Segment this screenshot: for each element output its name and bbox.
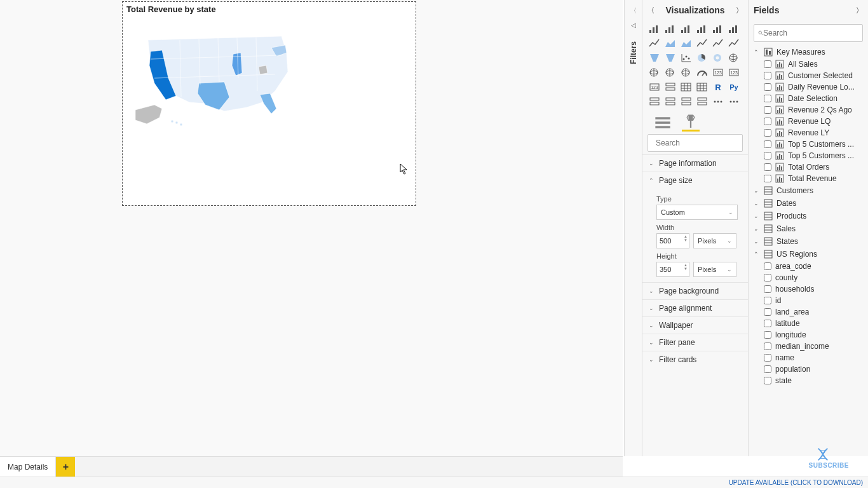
viz-type-filled-map-icon[interactable] [663, 66, 677, 79]
width-unit-select[interactable]: Pixels ⌄ [693, 233, 736, 248]
width-input[interactable]: 500 ▲▼ [656, 233, 689, 248]
field-revenue-lq[interactable]: Revenue LQ [749, 116, 868, 127]
viz-type-treemap-icon[interactable] [727, 51, 741, 64]
viz-type-py-script-icon[interactable]: Py [727, 81, 741, 93]
field-checkbox[interactable] [764, 95, 771, 102]
chevron-right-icon[interactable]: 〉 [736, 6, 743, 15]
field-land-area[interactable]: land_area [749, 306, 868, 318]
table-states[interactable]: ⌄States [749, 235, 868, 248]
field-state[interactable]: state [749, 375, 868, 386]
field-id[interactable]: id [749, 295, 868, 306]
height-input[interactable]: 350 ▲▼ [656, 262, 689, 277]
viz-type-stacked-area-icon[interactable] [679, 37, 693, 50]
map-visual-container[interactable]: Total Revenue by state [122, 1, 416, 206]
viz-type-ellipsis-icon[interactable] [727, 95, 741, 108]
field-checkbox[interactable] [764, 106, 771, 114]
field-checkbox[interactable] [764, 163, 771, 171]
field-top-5-customers-[interactable]: Top 5 Customers ... [749, 150, 868, 161]
field-checkbox[interactable] [764, 342, 771, 350]
viz-type-map-icon[interactable] [648, 66, 661, 79]
format-tab-icon[interactable] [682, 115, 700, 129]
viz-type-shape-map-icon[interactable] [679, 66, 693, 79]
field-latitude[interactable]: latitude [749, 318, 868, 329]
table-key-measures[interactable]: ⌃Key Measures [749, 46, 868, 58]
section-wallpaper[interactable]: ⌄Wallpaper [642, 316, 748, 334]
field-checkbox[interactable] [764, 118, 771, 125]
field-top-5-customers-[interactable]: Top 5 Customers ... [749, 139, 868, 150]
section-filter-pane[interactable]: ⌄Filter pane [642, 334, 748, 351]
viz-type-line-stacked-col-icon[interactable] [695, 37, 709, 50]
field-total-revenue[interactable]: Total Revenue [749, 173, 868, 184]
section-page-size[interactable]: ⌃ Page size [642, 172, 748, 189]
field-longitude[interactable]: longitude [749, 329, 868, 341]
chevron-left-icon[interactable]: 〈 [648, 6, 654, 15]
field-area-code[interactable]: area_code [749, 261, 868, 272]
viz-search-input[interactable] [656, 139, 748, 147]
filters-pane-collapsed[interactable]: 〈 ◁ Filters [624, 0, 642, 456]
fields-search[interactable] [754, 24, 863, 42]
spinner-icon[interactable]: ▲▼ [684, 263, 688, 271]
page-tab-map-details[interactable]: Map Details [0, 457, 56, 477]
viz-type-donut-icon[interactable] [711, 51, 725, 64]
field-total-orders[interactable]: Total Orders [749, 161, 868, 173]
viz-type-more-icon[interactable] [711, 95, 725, 108]
field-daily-revenue-lo-[interactable]: Daily Revenue Lo... [749, 81, 868, 93]
field-revenue-ly[interactable]: Revenue LY [749, 127, 868, 139]
field-checkbox[interactable] [764, 365, 771, 373]
viz-type-line-icon[interactable] [648, 37, 661, 50]
viz-type-r-script-icon[interactable]: R [711, 81, 725, 93]
table-customers[interactable]: ⌄Customers [749, 184, 868, 197]
expand-icon[interactable]: ◁ [631, 22, 636, 29]
viz-type-stacked-column-icon[interactable] [663, 22, 677, 35]
add-page-button[interactable]: + [56, 457, 75, 477]
viz-type-multi-card-icon[interactable]: 123 [727, 66, 741, 79]
field-checkbox[interactable] [764, 262, 771, 270]
viz-type-decomp-tree-icon[interactable] [663, 95, 677, 108]
viz-type-stacked-bar-icon[interactable] [648, 22, 661, 35]
table-us-regions[interactable]: ⌃US Regions [749, 248, 868, 261]
field-checkbox[interactable] [764, 152, 771, 159]
viz-type-pie-icon[interactable] [695, 51, 709, 64]
field-checkbox[interactable] [764, 297, 771, 304]
field-checkbox[interactable] [764, 60, 771, 68]
viz-search[interactable] [648, 134, 743, 152]
field-checkbox[interactable] [764, 377, 771, 384]
field-name[interactable]: name [749, 352, 868, 363]
type-select[interactable]: Custom ⌄ [656, 205, 738, 220]
viz-type-clustered-bar-icon[interactable] [679, 22, 693, 35]
viz-type-waterfall-icon[interactable] [648, 51, 661, 64]
field-checkbox[interactable] [764, 331, 771, 339]
report-canvas[interactable]: Total Revenue by state [0, 0, 623, 456]
field-county[interactable]: county [749, 272, 868, 283]
section-page-information[interactable]: ⌄ Page information [642, 154, 748, 172]
height-unit-select[interactable]: Pixels ⌄ [693, 262, 736, 277]
spinner-icon[interactable]: ▲▼ [684, 234, 688, 242]
section-page-alignment[interactable]: ⌄Page alignment [642, 299, 748, 316]
field-revenue-2-qs-ago[interactable]: Revenue 2 Qs Ago [749, 104, 868, 116]
section-filter-cards[interactable]: ⌄Filter cards [642, 351, 748, 368]
section-page-background[interactable]: ⌄Page background [642, 282, 748, 299]
viz-type-paginated-icon[interactable] [695, 95, 709, 108]
field-all-sales[interactable]: All Sales [749, 58, 868, 70]
field-checkbox[interactable] [764, 175, 771, 182]
viz-type-hundred-column-icon[interactable] [727, 22, 741, 35]
viz-type-card-icon[interactable]: 123 [711, 66, 725, 79]
field-checkbox[interactable] [764, 140, 771, 148]
viz-type-clustered-column-icon[interactable] [695, 22, 709, 35]
table-dates[interactable]: ⌄Dates [749, 197, 868, 210]
fields-search-input[interactable] [763, 29, 858, 37]
field-checkbox[interactable] [764, 72, 771, 79]
viz-type-kpi-icon[interactable]: 123 [648, 81, 661, 93]
viz-type-table-icon[interactable] [679, 81, 693, 93]
field-customer-selected[interactable]: Customer Selected [749, 70, 868, 81]
field-checkbox[interactable] [764, 354, 771, 362]
viz-type-hundred-bar-icon[interactable] [711, 22, 725, 35]
table-products[interactable]: ⌄Products [749, 210, 868, 222]
field-median-income[interactable]: median_income [749, 341, 868, 352]
us-map-icon[interactable] [129, 21, 301, 135]
viz-type-gauge-icon[interactable] [695, 66, 709, 79]
viz-type-area-icon[interactable] [663, 37, 677, 50]
field-population[interactable]: population [749, 363, 868, 375]
field-checkbox[interactable] [764, 83, 771, 91]
viz-type-scatter-icon[interactable] [679, 51, 693, 64]
